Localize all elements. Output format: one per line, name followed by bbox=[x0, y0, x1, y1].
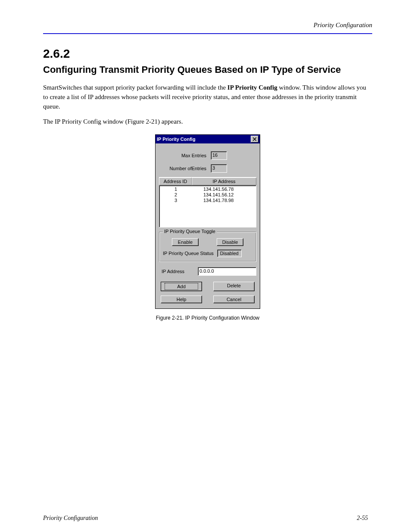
header-rule bbox=[43, 33, 372, 34]
group-legend: IP Priority Queue Toggle bbox=[163, 229, 217, 234]
queue-status-value: Disabled bbox=[217, 249, 242, 257]
number-of-entries-label: Number ofEntries bbox=[159, 166, 211, 171]
col-address-id[interactable]: Address ID bbox=[159, 177, 192, 185]
paragraph-2: The IP Priority Config window (Figure 2-… bbox=[43, 117, 372, 127]
delete-button[interactable]: Delete bbox=[213, 282, 255, 291]
ip-priority-queue-toggle-group: IP Priority Queue Toggle Enable Disable … bbox=[159, 232, 256, 262]
max-entries-value: 16 bbox=[211, 151, 227, 160]
number-of-entries-value: 3 bbox=[211, 164, 227, 173]
table-row[interactable]: 2 134.141.56.12 bbox=[159, 192, 256, 198]
chapter-number: 2.6.2 bbox=[43, 47, 372, 61]
col-ip-address[interactable]: IP Address bbox=[192, 177, 256, 185]
help-button[interactable]: Help bbox=[161, 296, 202, 303]
add-button[interactable]: Add bbox=[161, 282, 202, 291]
running-header: Priority Configuration bbox=[43, 22, 372, 31]
ip-priority-config-dialog: IP Priority Config Max Entries 16 Number… bbox=[155, 134, 260, 309]
dialog-titlebar[interactable]: IP Priority Config bbox=[156, 135, 260, 143]
queue-status-label: IP Priority Queue Status bbox=[163, 251, 214, 256]
figure-caption: Figure 2-21. IP Priority Configuration W… bbox=[43, 315, 372, 321]
footer-left: Priority Configuration bbox=[43, 515, 98, 522]
max-entries-label: Max Entries bbox=[159, 153, 211, 158]
close-button[interactable] bbox=[251, 136, 258, 143]
close-icon bbox=[253, 137, 256, 142]
section-title: Configuring Transmit Priority Queues Bas… bbox=[43, 64, 372, 75]
paragraph-1: SmartSwitches that support priority pack… bbox=[43, 83, 372, 111]
footer-right: 2-55 bbox=[357, 515, 368, 522]
ip-address-label: IP Address bbox=[159, 269, 198, 274]
address-list[interactable]: 1 134.141.56.78 2 134.141.56.12 3 134.14… bbox=[159, 185, 256, 227]
cancel-button[interactable]: Cancel bbox=[213, 296, 255, 303]
table-row[interactable]: 3 134.141.78.98 bbox=[159, 198, 256, 203]
disable-button[interactable]: Disable bbox=[217, 238, 243, 246]
dialog-title: IP Priority Config bbox=[157, 137, 196, 142]
ip-address-input[interactable]: 0.0.0.0 bbox=[198, 267, 256, 276]
table-header: Address ID IP Address bbox=[159, 177, 256, 185]
table-row[interactable]: 1 134.141.56.78 bbox=[159, 187, 256, 192]
enable-button[interactable]: Enable bbox=[172, 238, 199, 246]
